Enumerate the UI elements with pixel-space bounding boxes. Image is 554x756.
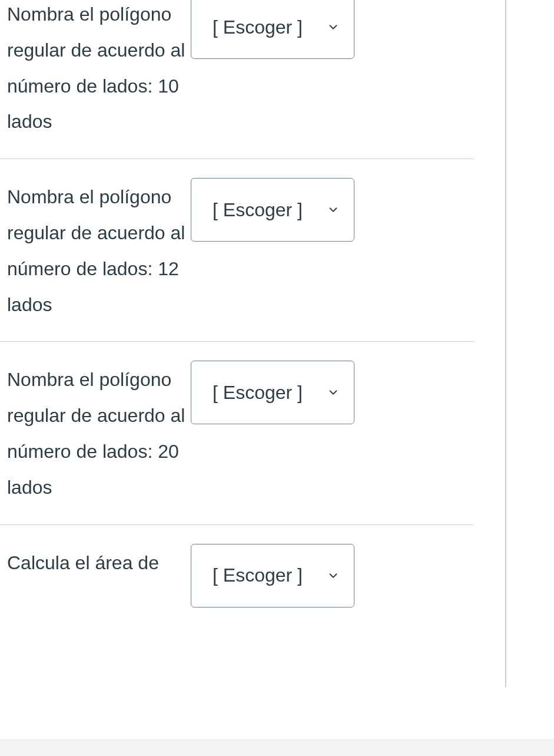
chevron-down-icon bbox=[327, 386, 340, 399]
answer-dropdown[interactable]: [ Escoger ] bbox=[191, 0, 354, 59]
chevron-down-icon bbox=[327, 569, 340, 582]
chevron-down-icon bbox=[327, 21, 340, 34]
question-row: Nombra el polígono regular de acuerdo al… bbox=[0, 159, 473, 342]
question-prompt: Nombra el polígono regular de acuerdo al… bbox=[7, 0, 191, 140]
question-row: Nombra el polígono regular de acuerdo al… bbox=[0, 342, 473, 524]
question-prompt: Calcula el área de bbox=[7, 544, 191, 581]
page-root: Nombra el polígono regular de acuerdo al… bbox=[0, 0, 554, 756]
question-prompt: Nombra el polígono regular de acuerdo al… bbox=[7, 361, 191, 505]
answer-dropdown[interactable]: [ Escoger ] bbox=[191, 361, 354, 424]
question-row: Calcula el área de [ Escoger ] bbox=[0, 525, 473, 687]
answer-cell: [ Escoger ] bbox=[191, 178, 354, 242]
question-list: Nombra el polígono regular de acuerdo al… bbox=[0, 0, 473, 687]
dropdown-selected-label: [ Escoger ] bbox=[213, 199, 303, 221]
question-prompt: Nombra el polígono regular de acuerdo al… bbox=[7, 178, 191, 322]
answer-dropdown[interactable]: [ Escoger ] bbox=[191, 178, 354, 242]
question-panel: Nombra el polígono regular de acuerdo al… bbox=[0, 0, 506, 687]
chevron-down-icon bbox=[327, 203, 340, 216]
dropdown-selected-label: [ Escoger ] bbox=[213, 16, 303, 38]
dropdown-selected-label: [ Escoger ] bbox=[213, 564, 303, 586]
question-row: Nombra el polígono regular de acuerdo al… bbox=[0, 0, 473, 159]
footer-strip bbox=[0, 740, 554, 756]
answer-cell: [ Escoger ] bbox=[191, 361, 354, 424]
answer-dropdown[interactable]: [ Escoger ] bbox=[191, 544, 354, 608]
dropdown-selected-label: [ Escoger ] bbox=[213, 382, 303, 404]
answer-cell: [ Escoger ] bbox=[191, 0, 354, 59]
answer-cell: [ Escoger ] bbox=[191, 544, 354, 608]
